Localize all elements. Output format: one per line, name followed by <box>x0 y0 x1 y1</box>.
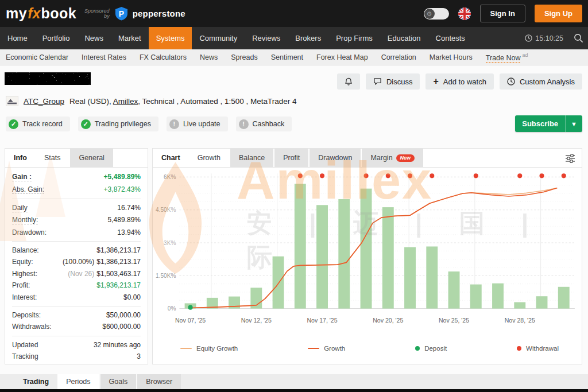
legend-dot-swatch <box>415 346 420 351</box>
stat-value-wrap: +3,872.43% <box>104 185 141 193</box>
verification-badges: ✓Track record✓Trading privileges!Live up… <box>6 117 292 131</box>
badge-cashback[interactable]: !Cashback <box>236 117 292 131</box>
stats-tab-general[interactable]: General <box>69 149 113 167</box>
deposit-dot[interactable] <box>188 305 193 310</box>
subnav-item-fx-calculators[interactable]: FX Calculators <box>140 53 187 61</box>
subnav-item-economic-calendar[interactable]: Economic Calendar <box>6 53 68 61</box>
deposit-bar[interactable] <box>316 205 328 308</box>
legend-equity-growth[interactable]: Equity Growth <box>180 345 238 352</box>
badge-track-record[interactable]: ✓Track record <box>6 117 70 131</box>
subnav-item-forex-heat-map[interactable]: Forex Heat Map <box>316 53 368 61</box>
chevron-down-icon[interactable]: ▼ <box>566 121 582 127</box>
legend-label: Withdrawal <box>526 345 559 352</box>
nav-item-home[interactable]: Home <box>0 27 35 49</box>
subnav-item-trade-now[interactable]: Trade Nowad <box>486 52 528 61</box>
sign-in-button[interactable]: Sign In <box>480 5 525 22</box>
bottom-tab-browser[interactable]: Browser <box>136 374 181 389</box>
notifications-button[interactable] <box>337 73 360 90</box>
chart-tab-margin[interactable]: MarginNew <box>361 149 423 167</box>
nav-item-prop-firms[interactable]: Prop Firms <box>328 27 380 49</box>
legend-label: Growth <box>324 345 345 352</box>
withdrawal-dot[interactable] <box>386 173 390 178</box>
deposit-bar[interactable] <box>558 287 570 309</box>
subnav-item-correlation[interactable]: Correlation <box>381 53 416 61</box>
myfxbook-logo[interactable]: myfxbook <box>6 5 76 22</box>
stat-value: $1,386,213.17 <box>96 246 141 254</box>
growth-chart[interactable]: 0%1.50K%3K%4.50K%6K%Nov 07, '25Nov 12, '… <box>153 168 582 344</box>
withdrawal-dot[interactable] <box>320 173 324 178</box>
nav-item-news[interactable]: News <box>77 27 111 49</box>
stat-label[interactable]: Monthly: <box>12 216 38 224</box>
withdrawal-dot[interactable] <box>430 173 434 178</box>
deposit-bar[interactable] <box>361 189 372 309</box>
chart-tab-profit[interactable]: Profit <box>273 149 308 167</box>
nav-item-education[interactable]: Education <box>380 27 428 49</box>
deposit-bar[interactable] <box>470 285 482 309</box>
sliders-icon <box>564 153 576 164</box>
language-flag-icon[interactable] <box>458 7 471 20</box>
stat-value: 3 <box>137 352 141 360</box>
withdrawal-dot[interactable] <box>298 173 303 178</box>
stat-label[interactable]: Gain : <box>12 173 32 181</box>
subnav-item-market-hours[interactable]: Market Hours <box>430 53 473 61</box>
nav-item-brokers[interactable]: Brokers <box>288 27 328 49</box>
chart-settings-button[interactable] <box>564 149 576 168</box>
nav-item-market[interactable]: Market <box>111 27 149 49</box>
row-separator <box>12 199 141 199</box>
owner-link[interactable]: ATC_Group <box>24 97 64 106</box>
deposit-bar[interactable] <box>273 257 284 309</box>
deposit-bar[interactable] <box>295 184 306 308</box>
custom-analysis-button[interactable]: Custom Analysis <box>500 73 582 90</box>
chart-tab-chart[interactable]: Chart <box>153 149 189 167</box>
bottom-tab-trading[interactable]: Trading <box>14 374 57 389</box>
discuss-button[interactable]: Discuss <box>366 73 420 90</box>
legend-growth[interactable]: Growth <box>308 345 345 352</box>
subnav-item-spreads[interactable]: Spreads <box>231 53 258 61</box>
subnav-item-news[interactable]: News <box>200 53 218 61</box>
subscribe-button[interactable]: Subscribe ▼ <box>515 115 582 132</box>
withdrawal-dot[interactable] <box>363 173 368 178</box>
deposit-bar[interactable] <box>382 207 394 309</box>
badge-live-update[interactable]: !Live update <box>167 117 228 131</box>
bottom-tab-periods[interactable]: Periods <box>57 374 99 389</box>
stats-tab-info[interactable]: Info <box>5 149 36 167</box>
nav-item-portfolio[interactable]: Portfolio <box>35 27 78 49</box>
nav-item-systems[interactable]: Systems <box>149 27 192 49</box>
stats-tab-stats[interactable]: Stats <box>36 149 69 167</box>
theme-toggle[interactable]: ⚙ <box>424 8 449 20</box>
deposit-bar[interactable] <box>492 284 504 309</box>
badge-label: Cashback <box>253 120 285 128</box>
withdrawal-dot[interactable] <box>408 173 412 178</box>
sign-up-button[interactable]: Sign Up <box>535 5 582 22</box>
svg-text:P: P <box>118 9 123 18</box>
withdrawal-dot[interactable] <box>562 173 566 178</box>
system-link[interactable]: Amillex <box>113 97 138 106</box>
withdrawal-dot[interactable] <box>539 173 544 178</box>
chart-tab-drawdown[interactable]: Drawdown <box>308 149 361 167</box>
search-button[interactable] <box>574 33 583 43</box>
deposit-bar[interactable] <box>448 271 460 309</box>
deposit-bar[interactable] <box>426 246 438 308</box>
nav-item-reviews[interactable]: Reviews <box>245 27 288 49</box>
subnav-item-interest-rates[interactable]: Interest Rates <box>82 53 126 61</box>
badge-trading-privileges[interactable]: ✓Trading privileges <box>78 117 158 131</box>
chart-tab-balance[interactable]: Balance <box>229 149 273 167</box>
withdrawal-dot[interactable] <box>474 173 478 178</box>
subnav-item-sentiment[interactable]: Sentiment <box>271 53 303 61</box>
deposit-bar[interactable] <box>514 302 525 309</box>
legend-withdrawal[interactable]: Withdrawal <box>517 345 559 352</box>
nav-item-contests[interactable]: Contests <box>428 27 473 49</box>
deposit-bar[interactable] <box>536 296 548 308</box>
add-to-watch-button[interactable]: + Add to watch <box>425 73 494 90</box>
stat-label[interactable]: Daily <box>12 204 28 212</box>
legend-deposit[interactable]: Deposit <box>415 345 447 352</box>
bottom-tab-goals[interactable]: Goals <box>99 374 137 389</box>
stat-label[interactable]: Abs. Gain: <box>12 185 44 194</box>
nav-item-community[interactable]: Community <box>192 27 245 49</box>
withdrawal-dot[interactable] <box>517 173 522 178</box>
pepperstone-logo[interactable]: P pepperstone <box>114 6 185 21</box>
deposit-bar[interactable] <box>404 247 416 309</box>
chart-tab-growth[interactable]: Growth <box>189 149 229 167</box>
stat-value: 32 minutes ago <box>94 341 141 349</box>
deposit-bar[interactable] <box>338 199 350 309</box>
